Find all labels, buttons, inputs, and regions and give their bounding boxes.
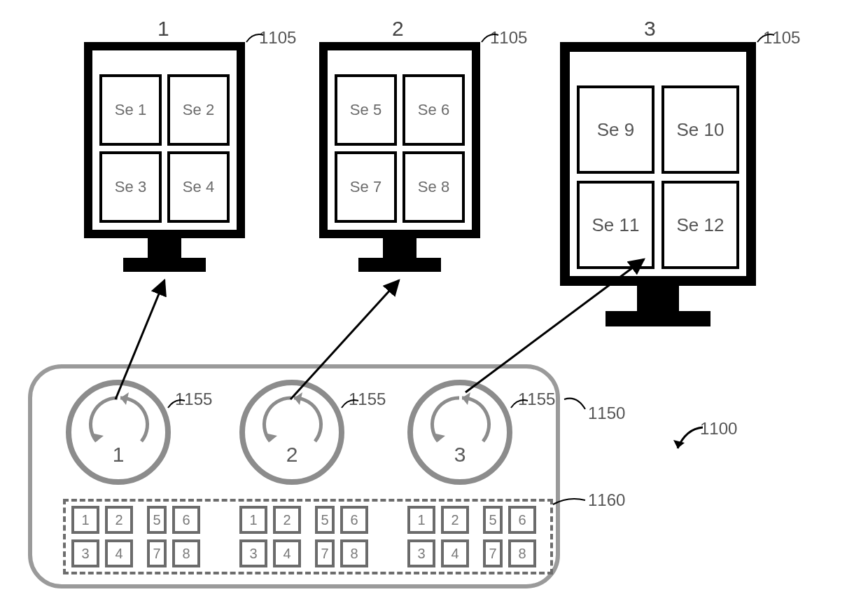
monitor-1-grid: Se 1 Se 2 Se 3 Se 4 bbox=[92, 74, 237, 230]
monitor-3-cell-3: Se 11 bbox=[577, 181, 654, 269]
monitor-1-cell-1: Se 1 bbox=[99, 74, 162, 146]
monitor-2-label: 2 bbox=[392, 17, 404, 41]
key-2-2[interactable]: 2 bbox=[273, 506, 301, 534]
dial-3-number: 3 bbox=[454, 443, 466, 467]
monitor-3-grid: Se 9 Se 10 Se 11 Se 12 bbox=[570, 85, 746, 276]
monitor-2-cell-1: Se 5 bbox=[335, 74, 397, 146]
monitor-2-grid: Se 5 Se 6 Se 7 Se 8 bbox=[328, 74, 472, 230]
monitor-3-cell-4: Se 12 bbox=[662, 181, 739, 269]
monitor-2-cell-4: Se 8 bbox=[402, 151, 465, 223]
keypad-3: 1 2 5 6 3 4 7 8 bbox=[407, 506, 536, 567]
callout-dial-2: 1155 bbox=[349, 390, 386, 409]
key-1-1[interactable]: 1 bbox=[71, 506, 99, 534]
monitor-3-topbar bbox=[570, 52, 746, 85]
svg-marker-9 bbox=[673, 440, 685, 448]
key-3-2[interactable]: 2 bbox=[441, 506, 469, 534]
key-1-6[interactable]: 6 bbox=[172, 506, 200, 534]
dial-2-number: 2 bbox=[286, 443, 298, 467]
monitor-2-cell-2: Se 6 bbox=[402, 74, 465, 146]
monitor-3-label: 3 bbox=[644, 17, 656, 41]
key-2-1[interactable]: 1 bbox=[239, 506, 267, 534]
monitor-1-neck bbox=[148, 238, 181, 258]
key-2-4[interactable]: 4 bbox=[273, 539, 301, 567]
key-2-5[interactable]: 5 bbox=[315, 506, 335, 534]
monitor-1-topbar bbox=[92, 50, 237, 74]
monitor-3-neck bbox=[637, 286, 679, 311]
monitor-3-cell-2: Se 10 bbox=[662, 85, 739, 174]
key-1-8[interactable]: 8 bbox=[172, 539, 200, 567]
keypad-1: 1 2 5 6 3 4 7 8 bbox=[71, 506, 200, 567]
key-1-2[interactable]: 2 bbox=[105, 506, 133, 534]
dial-1-number: 1 bbox=[113, 443, 125, 467]
monitor-1: Se 1 Se 2 Se 3 Se 4 bbox=[84, 42, 245, 272]
rotary-dial-1[interactable]: 1 bbox=[66, 380, 171, 485]
monitor-2-base bbox=[358, 258, 441, 272]
callout-panel: 1150 bbox=[588, 404, 625, 423]
monitor-1-base bbox=[123, 258, 206, 272]
monitor-3: Se 9 Se 10 Se 11 Se 12 bbox=[560, 42, 756, 326]
callout-dial-3: 1155 bbox=[518, 390, 555, 409]
key-2-7[interactable]: 7 bbox=[315, 539, 335, 567]
key-3-1[interactable]: 1 bbox=[407, 506, 435, 534]
key-3-3[interactable]: 3 bbox=[407, 539, 435, 567]
key-1-5[interactable]: 5 bbox=[147, 506, 167, 534]
monitor-3-base bbox=[606, 311, 710, 326]
key-3-8[interactable]: 8 bbox=[508, 539, 536, 567]
callout-monitor-3: 1105 bbox=[763, 28, 800, 48]
callout-monitor-1: 1105 bbox=[259, 28, 296, 48]
monitor-1-cell-2: Se 2 bbox=[167, 74, 230, 146]
key-3-4[interactable]: 4 bbox=[441, 539, 469, 567]
key-3-6[interactable]: 6 bbox=[508, 506, 536, 534]
key-1-4[interactable]: 4 bbox=[105, 539, 133, 567]
monitor-1-cell-3: Se 3 bbox=[99, 151, 162, 223]
monitor-1-screen: Se 1 Se 2 Se 3 Se 4 bbox=[84, 42, 245, 238]
callout-keygroup: 1160 bbox=[588, 490, 625, 510]
key-2-3[interactable]: 3 bbox=[239, 539, 267, 567]
monitor-2-cell-3: Se 7 bbox=[335, 151, 397, 223]
monitor-3-cell-1: Se 9 bbox=[577, 85, 654, 174]
rotary-dial-3[interactable]: 3 bbox=[407, 380, 512, 485]
rotary-dial-2[interactable]: 2 bbox=[239, 380, 344, 485]
diagram-canvas: 1 2 3 Se 1 Se 2 Se 3 Se 4 Se 5 Se 6 Se 7… bbox=[0, 0, 868, 606]
control-panel: 1 2 3 1 2 5 bbox=[28, 364, 560, 588]
key-1-3[interactable]: 3 bbox=[71, 539, 99, 567]
monitor-2-topbar bbox=[328, 50, 472, 74]
key-2-6[interactable]: 6 bbox=[340, 506, 368, 534]
monitor-3-screen: Se 9 Se 10 Se 11 Se 12 bbox=[560, 42, 756, 286]
keypad-2: 1 2 5 6 3 4 7 8 bbox=[239, 506, 368, 567]
key-2-8[interactable]: 8 bbox=[340, 539, 368, 567]
key-3-5[interactable]: 5 bbox=[483, 506, 503, 534]
monitor-2-screen: Se 5 Se 6 Se 7 Se 8 bbox=[319, 42, 480, 238]
monitor-1-cell-4: Se 4 bbox=[167, 151, 230, 223]
monitor-2: Se 5 Se 6 Se 7 Se 8 bbox=[319, 42, 480, 272]
callout-figure: 1100 bbox=[700, 419, 737, 439]
callout-monitor-2: 1105 bbox=[490, 28, 527, 48]
monitor-2-neck bbox=[383, 238, 416, 258]
callout-dial-1: 1155 bbox=[175, 390, 212, 409]
monitor-1-label: 1 bbox=[158, 17, 169, 41]
key-1-7[interactable]: 7 bbox=[147, 539, 167, 567]
key-3-7[interactable]: 7 bbox=[483, 539, 503, 567]
